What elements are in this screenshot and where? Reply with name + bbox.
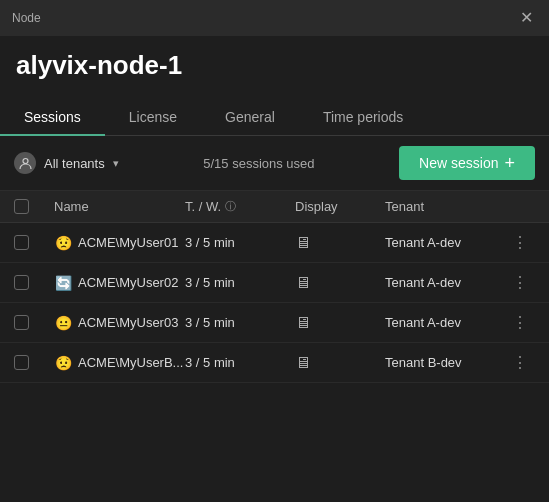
tw-value: 3 / 5 min [185, 235, 295, 250]
user-cell: 😟 ACME\MyUser01 [54, 235, 185, 251]
tenant-icon [14, 152, 36, 174]
sessions-used-label: 5/15 sessions used [133, 156, 385, 171]
tab-timeperiods[interactable]: Time periods [299, 99, 427, 135]
display-cell: 🖥 [295, 354, 385, 372]
row-more-button[interactable]: ⋮ [505, 353, 535, 372]
select-all-checkbox[interactable] [14, 199, 29, 214]
app-window: Node ✕ alyvix-node-1 Sessions License Ge… [0, 0, 549, 502]
tenant-value: Tenant A-dev [385, 235, 505, 250]
table-row: 😐 ACME\MyUser03 3 / 5 min 🖥 Tenant A-dev… [0, 303, 549, 343]
info-icon: ⓘ [225, 199, 236, 214]
tenant-selector[interactable]: All tenants ▾ [14, 152, 119, 174]
tenant-value: Tenant A-dev [385, 275, 505, 290]
tab-sessions[interactable]: Sessions [0, 99, 105, 135]
tenant-label: All tenants [44, 156, 105, 171]
select-all-cell [14, 199, 54, 214]
col-header-name: Name [54, 199, 185, 214]
svg-point-0 [23, 158, 28, 163]
monitor-icon: 🖥 [295, 234, 311, 251]
table-row: 🔄 ACME\MyUser02 3 / 5 min 🖥 Tenant A-dev… [0, 263, 549, 303]
tw-value: 3 / 5 min [185, 275, 295, 290]
row-checkbox-cell [14, 355, 54, 370]
user-cell: 😟 ACME\MyUserB... [54, 355, 185, 371]
tab-license[interactable]: License [105, 99, 201, 135]
tw-value: 3 / 5 min [185, 315, 295, 330]
status-icon: 😟 [54, 235, 72, 251]
tab-bar: Sessions License General Time periods [0, 99, 549, 136]
user-name: ACME\MyUser01 [78, 235, 178, 250]
tab-general[interactable]: General [201, 99, 299, 135]
status-icon: 😐 [54, 315, 72, 331]
row-checkbox[interactable] [14, 235, 29, 250]
table-header: Name T. / W. ⓘ Display Tenant [0, 191, 549, 223]
col-header-display: Display [295, 199, 385, 214]
row-checkbox[interactable] [14, 275, 29, 290]
display-cell: 🖥 [295, 234, 385, 252]
user-cell: 🔄 ACME\MyUser02 [54, 275, 185, 291]
tw-value: 3 / 5 min [185, 355, 295, 370]
monitor-icon: 🖥 [295, 354, 311, 371]
row-checkbox[interactable] [14, 315, 29, 330]
col-header-tenant: Tenant [385, 199, 505, 214]
user-name: ACME\MyUser03 [78, 315, 178, 330]
sessions-toolbar: All tenants ▾ 5/15 sessions used New ses… [0, 136, 549, 191]
user-cell: 😐 ACME\MyUser03 [54, 315, 185, 331]
status-icon: 😟 [54, 355, 72, 371]
table-row: 😟 ACME\MyUser01 3 / 5 min 🖥 Tenant A-dev… [0, 223, 549, 263]
row-checkbox[interactable] [14, 355, 29, 370]
sessions-table-body: 😟 ACME\MyUser01 3 / 5 min 🖥 Tenant A-dev… [0, 223, 549, 502]
close-button[interactable]: ✕ [516, 8, 537, 28]
display-cell: 🖥 [295, 314, 385, 332]
node-title: alyvix-node-1 [0, 36, 549, 99]
user-name: ACME\MyUserB... [78, 355, 183, 370]
row-checkbox-cell [14, 275, 54, 290]
table-row: 😟 ACME\MyUserB... 3 / 5 min 🖥 Tenant B-d… [0, 343, 549, 383]
chevron-down-icon: ▾ [113, 157, 119, 170]
display-cell: 🖥 [295, 274, 385, 292]
tenant-value: Tenant A-dev [385, 315, 505, 330]
row-more-button[interactable]: ⋮ [505, 273, 535, 292]
new-session-label: New session [419, 155, 498, 171]
row-checkbox-cell [14, 315, 54, 330]
new-session-button[interactable]: New session + [399, 146, 535, 180]
col-header-tw: T. / W. ⓘ [185, 199, 295, 214]
monitor-icon: 🖥 [295, 314, 311, 331]
user-name: ACME\MyUser02 [78, 275, 178, 290]
title-bar: Node ✕ [0, 0, 549, 36]
row-more-button[interactable]: ⋮ [505, 233, 535, 252]
tenant-value: Tenant B-dev [385, 355, 505, 370]
row-checkbox-cell [14, 235, 54, 250]
window-label: Node [12, 11, 41, 25]
monitor-icon: 🖥 [295, 274, 311, 291]
plus-icon: + [504, 154, 515, 172]
status-icon: 🔄 [54, 275, 72, 291]
row-more-button[interactable]: ⋮ [505, 313, 535, 332]
